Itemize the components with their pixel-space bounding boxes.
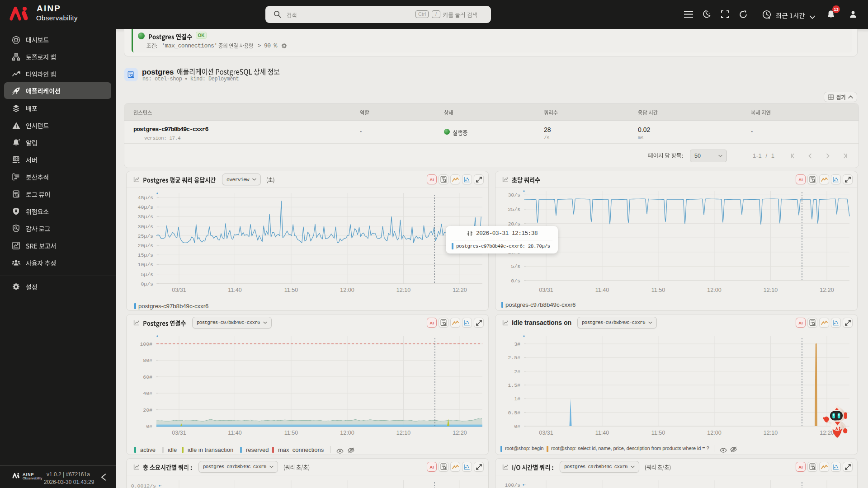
svg-text:03/31: 03/31 (172, 430, 186, 436)
svg-text:5µ/s: 5µ/s (141, 272, 153, 277)
svg-text:60#: 60# (143, 374, 152, 380)
svg-text:40µ/s: 40µ/s (137, 204, 153, 210)
svg-text:20µ/s: 20µ/s (137, 243, 153, 249)
svg-text:10µ/s: 10µ/s (137, 262, 153, 267)
svg-text:1.5#: 1.5# (508, 382, 520, 388)
svg-text:12:10: 12:10 (764, 287, 778, 293)
svg-text:12:10: 12:10 (396, 287, 410, 293)
svg-text:3#: 3# (514, 341, 520, 347)
svg-text:11:50: 11:50 (284, 287, 298, 293)
svg-text:45µ/s: 45µ/s (137, 195, 153, 201)
svg-text:11:40: 11:40 (595, 287, 609, 293)
svg-text:30µ/s: 30µ/s (137, 224, 153, 230)
svg-text:5/s: 5/s (511, 263, 520, 269)
svg-text:12:00: 12:00 (707, 287, 721, 293)
svg-text:30/s: 30/s (508, 192, 520, 198)
svg-text:40#: 40# (143, 390, 152, 396)
svg-text:0#: 0# (146, 423, 152, 429)
svg-text:12:00: 12:00 (340, 430, 354, 436)
svg-text:35µ/s: 35µ/s (137, 214, 153, 220)
svg-text:03/31: 03/31 (172, 287, 186, 293)
svg-text:0µ/s: 0µ/s (141, 281, 153, 287)
svg-text:12:00: 12:00 (707, 430, 721, 436)
svg-text:1#: 1# (514, 396, 520, 402)
svg-text:11:50: 11:50 (284, 430, 298, 436)
svg-text:12:20: 12:20 (453, 287, 467, 293)
svg-text:0#: 0# (514, 423, 520, 429)
svg-text:2#: 2# (514, 369, 520, 375)
svg-text:2.5#: 2.5# (508, 355, 520, 361)
svg-text:15µ/s: 15µ/s (137, 252, 153, 258)
svg-text:12:10: 12:10 (396, 430, 410, 436)
svg-text:11:50: 11:50 (651, 430, 665, 436)
svg-text:11:50: 11:50 (651, 287, 665, 293)
svg-text:12:20: 12:20 (453, 430, 467, 436)
svg-text:12:20: 12:20 (820, 287, 834, 293)
svg-text:80#: 80# (143, 357, 152, 363)
svg-text:25/s: 25/s (508, 206, 520, 212)
svg-text:03/31: 03/31 (539, 430, 553, 436)
svg-text:20#: 20# (143, 407, 152, 413)
svg-text:0/s: 0/s (511, 278, 520, 284)
svg-text:25µ/s: 25µ/s (137, 233, 153, 239)
svg-text:11:40: 11:40 (595, 430, 609, 436)
svg-text:0.5#: 0.5# (508, 410, 520, 416)
svg-text:100#: 100# (140, 341, 152, 347)
svg-text:12:00: 12:00 (340, 287, 354, 293)
svg-text:11:40: 11:40 (228, 430, 241, 436)
svg-text:03/31: 03/31 (539, 287, 553, 293)
svg-text:100/s: 100/s (505, 482, 520, 488)
svg-text:0.0012/s: 0.0012/s (131, 483, 156, 488)
svg-text:12:10: 12:10 (764, 430, 778, 436)
svg-text:11:40: 11:40 (228, 287, 241, 293)
